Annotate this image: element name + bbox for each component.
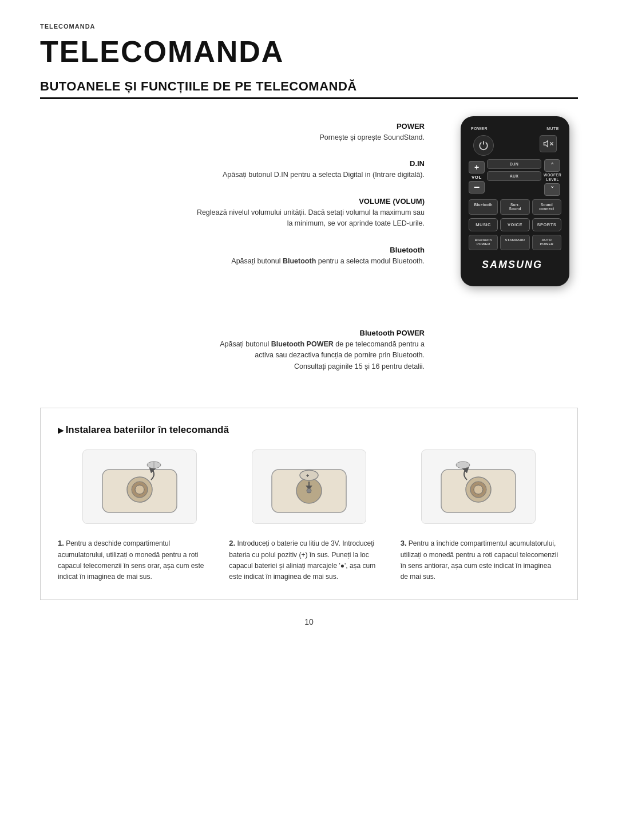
breadcrumb: TELECOMANDA — [40, 23, 578, 30]
svg-text:+: + — [306, 473, 309, 479]
woofer-down-button[interactable]: ˅ — [544, 183, 560, 196]
step-2-text: Introduceți o baterie cu litiu de 3V. In… — [229, 539, 375, 581]
battery-step-2: 2. Introduceți o baterie cu litiu de 3V.… — [229, 538, 389, 582]
section-title: BUTOANELE ȘI FUNCȚIILE DE PE TELECOMANDĂ — [40, 79, 578, 99]
aux-button[interactable]: AUX — [487, 171, 541, 181]
svg-point-6 — [135, 485, 144, 494]
power-label: POWER — [471, 127, 488, 131]
step-1-num: 1. — [58, 539, 64, 547]
step-1-text: Pentru a deschide compartimentul acumula… — [58, 539, 204, 581]
page-container: TELECOMANDA TELECOMANDA BUTOANELE ȘI FUN… — [0, 0, 618, 840]
vol-minus-button[interactable]: − — [469, 181, 485, 194]
battery-step-1: 1. Pentru a deschide compartimentul acum… — [58, 538, 217, 582]
page-number: 10 — [40, 617, 578, 626]
bt-power-button[interactable]: BluetoothPOWER — [469, 235, 498, 250]
sports-button[interactable]: SPORTS — [532, 218, 561, 231]
battery-diagram-2: + — [255, 452, 363, 521]
auto-power-button[interactable]: AUTOPOWER — [532, 235, 561, 250]
main-content: POWER Pornește și oprește SoundStand. D.… — [40, 116, 578, 385]
battery-section-title: Instalarea bateriilor în telecomandă — [58, 424, 560, 436]
battery-step-3: 3. Pentru a închide compartimentul acumu… — [401, 538, 560, 582]
vol-plus-button[interactable]: + — [469, 161, 485, 173]
desc-label-din: D.IN — [40, 159, 435, 168]
battery-images-row: + — [58, 449, 560, 524]
desc-text-din: Apăsați butonul D.IN pentru a selecta Di… — [40, 169, 435, 180]
desc-text-bluetooth: Apăsați butonul Bluetooth pentru a selec… — [40, 256, 435, 267]
standard-button[interactable]: STANDARD — [500, 235, 529, 250]
battery-image-1 — [82, 449, 197, 524]
samsung-logo: SAMSUNG — [481, 257, 549, 274]
din-aux-block: D.IN AUX — [487, 159, 541, 196]
step-3-text: Pentru a închide compartimentul acumulat… — [401, 539, 558, 581]
step-2-num: 2. — [229, 539, 235, 547]
bluetooth-row: Bluetooth Surr.Sound Soundconnect — [469, 199, 561, 215]
vol-din-woofer-row: + VOL − D.IN AUX ˄ WOOFERLEVEL ˅ — [469, 159, 561, 196]
remote-area: POWER MUTE — [452, 116, 578, 286]
mute-icon — [543, 139, 553, 149]
woofer-up-button[interactable]: ˄ — [544, 159, 560, 172]
mute-label: MUTE — [546, 127, 559, 131]
svg-point-20 — [456, 462, 470, 468]
battery-section: Instalarea bateriilor în telecomandă — [40, 408, 578, 600]
desc-label-power: POWER — [40, 122, 435, 131]
desc-block-power: POWER Pornește și oprește SoundStand. — [40, 122, 435, 143]
vol-block: + VOL − — [469, 159, 485, 196]
battery-image-3 — [421, 449, 536, 524]
vol-label: VOL — [472, 175, 482, 180]
music-voice-sports-row: MUSIC VOICE SPORTS — [469, 218, 561, 231]
mute-button[interactable] — [540, 135, 557, 152]
bottom-row: BluetoothPOWER STANDARD AUTOPOWER — [469, 235, 561, 250]
desc-block-bt-power: Bluetooth POWER Apăsați butonul Bluetoot… — [40, 329, 435, 372]
sound-connect-button[interactable]: Soundconnect — [532, 199, 561, 215]
svg-text:SAMSUNG: SAMSUNG — [482, 259, 542, 270]
desc-block-bluetooth: Bluetooth Apăsați butonul Bluetooth pent… — [40, 246, 435, 267]
battery-steps-row: 1. Pentru a deschide compartimentul acum… — [58, 538, 560, 582]
battery-image-2: + — [252, 449, 366, 524]
desc-block-volume: VOLUME (VOLUM) Reglează nivelul volumulu… — [40, 197, 435, 230]
power-icon — [478, 140, 489, 151]
power-mute-row — [469, 135, 561, 156]
battery-diagram-3 — [424, 452, 533, 521]
svg-point-19 — [474, 485, 483, 494]
din-button[interactable]: D.IN — [487, 159, 541, 169]
desc-block-din: D.IN Apăsați butonul D.IN pentru a selec… — [40, 159, 435, 180]
surr-sound-button[interactable]: Surr.Sound — [500, 199, 529, 215]
desc-label-bt-power: Bluetooth POWER — [40, 329, 435, 337]
desc-label-volume: VOLUME (VOLUM) — [40, 197, 435, 206]
page-title: TELECOMANDA — [40, 34, 578, 69]
desc-label-bluetooth: Bluetooth — [40, 246, 435, 254]
desc-text-bt-power: Apăsați butonul Bluetooth POWER de pe te… — [40, 339, 435, 372]
desc-text-power: Pornește și oprește SoundStand. — [40, 132, 435, 143]
power-button[interactable] — [473, 135, 494, 156]
step-3-num: 3. — [401, 539, 407, 547]
voice-button[interactable]: VOICE — [500, 218, 529, 231]
battery-diagram-1 — [85, 452, 194, 521]
remote-top-labels: POWER MUTE — [469, 125, 561, 132]
remote-control: POWER MUTE — [461, 116, 569, 286]
woofer-label: WOOFERLEVEL — [544, 173, 561, 182]
woofer-block: ˄ WOOFERLEVEL ˅ — [544, 159, 561, 196]
desc-text-volume: Reglează nivelul volumului unității. Dac… — [40, 207, 435, 230]
music-button[interactable]: MUSIC — [469, 218, 498, 231]
bluetooth-button[interactable]: Bluetooth — [469, 199, 498, 215]
descriptions-panel: POWER Pornește și oprește SoundStand. D.… — [40, 116, 452, 385]
svg-point-15 — [307, 488, 311, 493]
samsung-wordmark: SAMSUNG — [481, 257, 549, 271]
